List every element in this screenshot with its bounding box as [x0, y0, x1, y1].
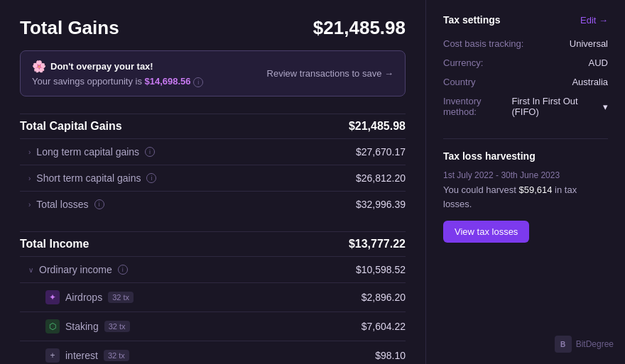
savings-info-icon[interactable]: i — [193, 77, 203, 87]
bitdegree-icon: B — [555, 336, 572, 353]
capital-gains-amount: $21,485.98 — [349, 120, 406, 133]
inventory-chevron-icon: ▾ — [603, 101, 608, 112]
bitdegree-name: BitDegree — [576, 339, 614, 349]
inventory-label: Inventory method: — [443, 96, 512, 117]
savings-banner: 🌸 Don't overpay your tax! Your savings o… — [20, 50, 406, 96]
income-amount: $13,777.22 — [349, 238, 406, 250]
bitdegree-branding: B BitDegree — [555, 336, 614, 353]
cost-basis-row: Cost basis tracking: Universal — [443, 34, 608, 53]
ordinary-income-amount: $10,598.52 — [356, 264, 406, 275]
tax-settings-header: Tax settings Edit → — [443, 14, 608, 26]
staking-amount: $7,604.22 — [362, 321, 406, 332]
country-row: Country Australia — [443, 72, 608, 92]
tax-settings-title: Tax settings — [443, 14, 501, 26]
total-losses-row[interactable]: › Total losses i $32,996.39 — [20, 191, 406, 217]
short-term-gains-label: Short term capital gains — [36, 172, 141, 184]
inventory-select[interactable]: First In First Out (FIFO) ▾ — [512, 96, 608, 117]
savings-banner-title: 🌸 Don't overpay your tax! — [32, 60, 203, 73]
staking-icon: ⬡ — [45, 319, 60, 333]
tax-loss-title: Tax loss harvesting — [443, 150, 536, 162]
harvesting-description: You could harvest $59,614 in tax losses. — [443, 183, 608, 211]
chevron-right-icon: › — [28, 175, 31, 182]
long-term-gains-label: Long term capital gains — [36, 146, 139, 158]
chevron-right-icon: › — [28, 201, 31, 209]
right-panel: Tax settings Edit → Cost basis tracking:… — [426, 0, 625, 364]
flower-icon: 🌸 — [32, 60, 46, 73]
divider — [443, 138, 608, 139]
savings-subtitle: Your savings opportunity is $14,698.56 i — [32, 76, 203, 87]
staking-tx-count: 32 tx — [104, 321, 130, 332]
interest-icon: + — [45, 348, 60, 363]
income-title: Total Income — [20, 238, 89, 250]
tax-loss-section: Tax loss harvesting 1st July 2022 - 30th… — [443, 150, 608, 243]
short-term-gains-amount: $26,812.20 — [356, 172, 406, 184]
country-label: Country — [443, 77, 476, 87]
interest-row: + interest 32 tx $98.10 — [20, 341, 406, 364]
savings-banner-left: 🌸 Don't overpay your tax! Your savings o… — [32, 60, 203, 87]
savings-amount: $14,698.56 — [145, 76, 191, 87]
total-losses-label: Total losses — [36, 199, 88, 210]
long-term-gains-amount: $27,670.17 — [356, 146, 406, 158]
airdrops-tx-count: 32 tx — [108, 292, 134, 303]
income-header: Total Income $13,777.22 — [20, 231, 406, 256]
airdrops-icon: ✦ — [45, 290, 60, 304]
inventory-value: First In First Out (FIFO) — [512, 96, 600, 117]
interest-label: interest — [65, 350, 98, 361]
review-transactions-link[interactable]: Review transactions to save → — [267, 68, 393, 79]
ordinary-income-row[interactable]: ∨ Ordinary income i $10,598.52 — [20, 256, 406, 282]
airdrops-label: Airdrops — [65, 292, 102, 303]
total-gains-header: Total Gains $21,485.98 — [20, 17, 406, 39]
short-term-gains-row[interactable]: › Short term capital gains i $26,812.20 — [20, 165, 406, 191]
ordinary-income-info-icon[interactable]: i — [118, 265, 128, 275]
page-title: Total Gains — [20, 17, 119, 39]
left-panel: Total Gains $21,485.98 🌸 Don't overpay y… — [0, 0, 426, 364]
interest-amount: $98.10 — [375, 350, 406, 361]
total-gains-amount: $21,485.98 — [313, 17, 406, 39]
long-term-gains-row[interactable]: › Long term capital gains i $27,670.17 — [20, 138, 406, 165]
capital-gains-section: Total Capital Gains $21,485.98 › Long te… — [20, 114, 406, 217]
capital-gains-header: Total Capital Gains $21,485.98 — [20, 114, 406, 138]
cost-basis-value: Universal — [570, 38, 608, 49]
harvesting-date: 1st July 2022 - 30th June 2023 — [443, 170, 608, 180]
interest-tx-count: 32 tx — [104, 350, 129, 361]
staking-row: ⬡ Staking 32 tx $7,604.22 — [20, 311, 406, 341]
cost-basis-label: Cost basis tracking: — [443, 38, 523, 49]
harvest-amount: $59,614 — [518, 184, 552, 195]
total-losses-info-icon[interactable]: i — [94, 199, 104, 209]
staking-label: Staking — [65, 321, 99, 332]
long-term-info-icon[interactable]: i — [145, 147, 155, 157]
ordinary-income-label: Ordinary income — [39, 264, 112, 275]
currency-value: AUD — [589, 57, 608, 68]
chevron-down-icon: ∨ — [28, 266, 33, 274]
airdrops-amount: $2,896.20 — [362, 292, 406, 303]
country-value: Australia — [572, 77, 608, 87]
airdrops-row: ✦ Airdrops 32 tx $2,896.20 — [20, 282, 406, 311]
inventory-row[interactable]: Inventory method: First In First Out (FI… — [443, 92, 608, 121]
view-tax-losses-button[interactable]: View tax losses — [443, 221, 529, 243]
currency-label: Currency: — [443, 57, 483, 68]
chevron-right-icon: › — [28, 148, 31, 156]
tax-settings-section: Tax settings Edit → Cost basis tracking:… — [443, 14, 608, 121]
total-losses-amount: $32,996.39 — [356, 199, 406, 210]
edit-link[interactable]: Edit → — [580, 15, 608, 26]
income-section: Total Income $13,777.22 ∨ Ordinary incom… — [20, 231, 406, 364]
short-term-info-icon[interactable]: i — [146, 173, 156, 183]
currency-row: Currency: AUD — [443, 53, 608, 72]
tax-loss-header: Tax loss harvesting — [443, 150, 608, 162]
capital-gains-title: Total Capital Gains — [20, 120, 122, 133]
